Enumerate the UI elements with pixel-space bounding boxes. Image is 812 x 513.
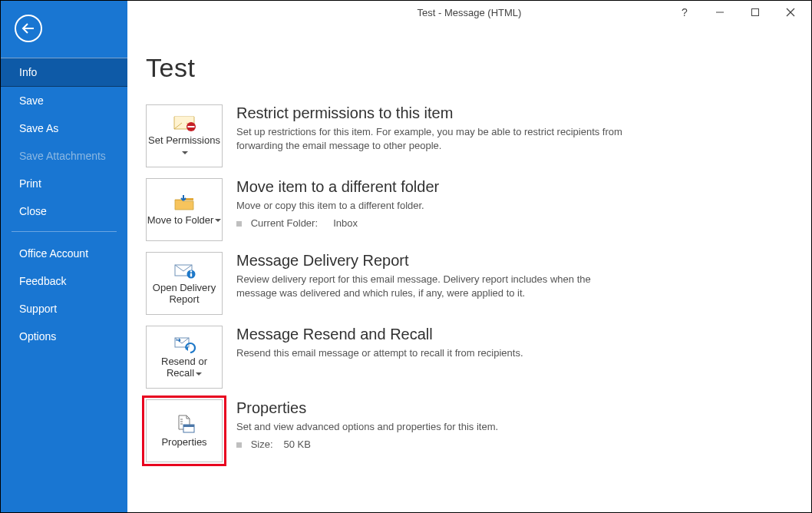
sidebar-item-save-attachments: Save Attachments [1,142,127,170]
svg-rect-18 [183,425,194,427]
section-title: Move item to a different folder [236,178,439,196]
sidebar-item-label: Office Account [19,247,88,260]
section-description: Review delivery report for this email me… [236,273,628,300]
window-title: Test - Message (HTML) [418,7,522,18]
current-folder-line: Current Folder: Inbox [236,217,439,229]
section-title: Properties [236,399,498,417]
chevron-down-icon [215,219,221,222]
move-to-folder-button[interactable]: Move to Folder [146,178,223,241]
info-panel: Test Set Permissions Restrict permission… [127,1,811,512]
sidebar-item-label: Options [19,330,56,343]
sidebar-separator [12,231,117,232]
window-controls: ? [667,1,808,24]
tile-label: Properties [161,437,206,448]
svg-rect-1 [752,9,759,16]
tile-label: Set Permissions [148,134,220,146]
sidebar-item-label: Print [19,177,41,190]
titlebar: Test - Message (HTML) ? [127,1,811,24]
sidebar-item-label: Save As [19,122,58,134]
section-title: Message Resend and Recall [236,326,523,343]
maximize-button[interactable] [738,1,773,24]
help-button[interactable]: ? [667,1,702,24]
svg-rect-7 [188,126,195,127]
section-restrict-permissions: Set Permissions Restrict permissions to … [146,104,790,167]
section-move-folder: Move to Folder Move item to a different … [146,178,790,241]
resend-recall-icon [173,335,196,353]
page-title: Test [146,53,790,83]
sidebar-item-info[interactable]: Info [1,58,127,87]
sidebar-item-print[interactable]: Print [1,170,127,197]
section-delivery-report: Open Delivery Report Message Delivery Re… [146,252,790,315]
section-resend-recall: Resend or Recall Message Resend and Reca… [146,326,790,389]
sidebar-item-label: Close [19,205,47,217]
bullet-icon [236,442,242,448]
section-description: Set up restrictions for this item. For e… [236,125,628,152]
meta-value: Inbox [333,217,358,229]
sidebar-item-feedback[interactable]: Feedback [1,267,127,295]
sidebar-item-close[interactable]: Close [1,197,127,225]
svg-rect-11 [190,273,192,277]
size-line: Size: 50 KB [236,439,498,450]
sidebar-item-label: Save Attachments [19,150,106,162]
sidebar-item-save[interactable]: Save [1,87,127,114]
sidebar-item-label: Feedback [19,275,66,287]
properties-button[interactable]: Properties [146,399,223,462]
sidebar-item-label: Support [19,303,57,315]
resend-or-recall-button[interactable]: Resend or Recall [146,326,223,389]
section-properties: Properties Properties Set and view advan… [146,399,790,462]
section-title: Message Delivery Report [236,252,628,270]
chevron-down-icon [182,151,188,154]
tile-label: Move to Folder [147,214,214,226]
envelope-denied-icon [173,114,196,132]
tile-label: Open Delivery Report [147,283,222,306]
section-description: Set and view advanced options and proper… [236,420,498,434]
section-title: Restrict permissions to this item [236,104,628,122]
move-to-folder-icon [173,194,196,212]
set-permissions-button[interactable]: Set Permissions [146,104,223,167]
meta-value: 50 KB [283,439,310,450]
sidebar-item-save-as[interactable]: Save As [1,114,127,142]
open-delivery-report-button[interactable]: Open Delivery Report [146,252,223,315]
svg-rect-10 [190,270,192,272]
minimize-button[interactable] [702,1,738,24]
back-button[interactable] [15,15,42,42]
delivery-report-icon [173,261,196,280]
sidebar-item-office-account[interactable]: Office Account [1,240,127,267]
meta-key: Size: [251,439,276,450]
sidebar-item-support[interactable]: Support [1,295,127,323]
meta-key: Current Folder: [251,217,331,229]
section-description: Move or copy this item to a different fo… [236,199,439,213]
backstage-sidebar: Info Save Save As Save Attachments Print… [1,1,127,512]
sidebar-item-label: Info [19,66,37,78]
properties-icon [173,414,196,434]
section-description: Resend this email message or attempt to … [236,346,523,360]
chevron-down-icon [196,372,202,376]
sidebar-item-options[interactable]: Options [1,323,127,350]
sidebar-item-label: Save [19,94,44,107]
close-button[interactable] [773,1,808,24]
bullet-icon [236,221,242,227]
